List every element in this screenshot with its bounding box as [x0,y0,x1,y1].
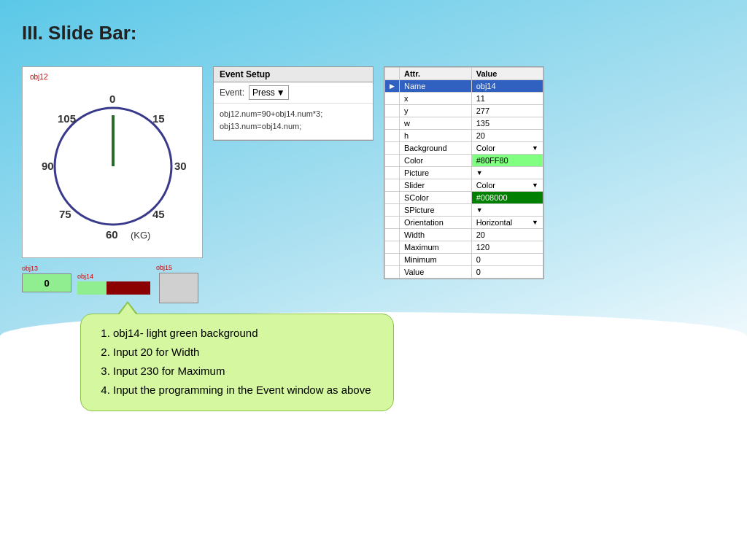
table-row[interactable]: SColor#008000 [385,192,543,204]
obj14-container: obj14 [77,281,150,295]
gauge-box: obj12 0 15 30 [22,66,203,258]
table-row[interactable]: ▶Nameobj14 [385,80,543,93]
arrow-cell [385,266,400,279]
obj15-container: obj15 [156,273,198,303]
attr-cell: Name [400,80,472,93]
callout-item-3: Input 230 for Maximum [113,362,377,380]
attr-cell: SPicture [400,204,472,217]
obj14-green-fill [77,281,107,295]
obj13-value: 0 [44,278,49,289]
table-row[interactable]: Value0 [385,266,543,279]
value-cell[interactable]: ▼ [471,167,543,179]
arrow-cell [385,179,400,192]
value-cell[interactable]: Color▼ [471,142,543,155]
table-row[interactable]: Color#80FF80 [385,155,543,167]
value-cell: 20 [471,229,543,241]
code-line2: obj13.num=obj14.num; [220,120,367,133]
svg-text:45: 45 [152,208,165,220]
slider-row: obj13 0 obj14 obj15 [22,262,198,303]
callout-item-4: Input the programming in the Event windo… [113,381,377,399]
arrow-cell [385,105,400,117]
svg-text:105: 105 [58,112,76,125]
main-row: obj12 0 15 30 [22,59,725,303]
arrow-cell: ▶ [385,80,400,93]
obj13-container: obj13 0 [22,273,71,292]
attr-cell: Slider [400,179,472,192]
arrow-cell [385,93,400,105]
value-cell: 11 [471,93,543,105]
callout-item-2: Input 20 for Width [113,343,377,361]
table-row[interactable]: Maximum120 [385,241,543,254]
svg-text:90: 90 [42,160,54,172]
gauge-obj12-label: obj12 [30,73,195,81]
attr-cell: Minimum [400,254,472,266]
obj15-box [159,273,198,303]
attr-cell: Maximum [400,241,472,254]
attr-col-header: Attr. [400,68,472,80]
table-row[interactable]: Width20 [385,229,543,241]
arrow-cell [385,229,400,241]
event-code: obj12.num=90+obj14.num*3; obj13.num=obj1… [214,104,373,140]
attr-cell: Orientation [400,217,472,229]
svg-text:(KG): (KG) [131,230,150,241]
value-cell[interactable]: Color▼ [471,179,543,192]
value-cell: 277 [471,105,543,117]
value-cell: 20 [471,130,543,142]
arrow-cell [385,192,400,204]
gauge-area: obj12 0 15 30 [22,66,203,303]
page-title: III. Slide Bar: [22,22,725,44]
svg-text:30: 30 [174,160,187,172]
obj13-label: obj13 [22,265,38,272]
code-line1: obj12.num=90+obj14.num*3; [220,108,367,120]
callout-bubble: obj14- light green background Input 20 f… [80,314,394,411]
attr-cell: h [400,130,472,142]
attr-cell: y [400,105,472,117]
attr-cell: x [400,93,472,105]
arrow-cell [385,204,400,217]
value-cell: 0 [471,266,543,279]
attr-cell: w [400,117,472,130]
svg-text:60: 60 [106,228,118,241]
attr-table: Attr. Value ▶Nameobj14x11y277w135h20Back… [384,67,543,279]
obj14-slider[interactable] [77,281,150,295]
table-row[interactable]: BackgroundColor▼ [385,142,543,155]
gauge-svg: 0 15 30 45 60 (KG) 75 90 [30,82,196,250]
attr-table-wrap: Attr. Value ▶Nameobj14x11y277w135h20Back… [384,66,544,279]
arrow-cell [385,155,400,167]
value-cell[interactable]: Horizontal▼ [471,217,543,229]
attr-cell: Picture [400,167,472,179]
table-row[interactable]: w135 [385,117,543,130]
arrow-cell [385,217,400,229]
table-row[interactable]: SliderColor▼ [385,179,543,192]
value-cell: 120 [471,241,543,254]
attr-cell: Color [400,155,472,167]
arrow-cell [385,130,400,142]
arrow-cell [385,254,400,266]
svg-text:15: 15 [152,112,165,125]
attr-cell: Width [400,229,472,241]
event-panel-title: Event Setup [214,67,373,82]
dropdown-arrow-icon: ▼ [276,88,285,98]
table-row[interactable]: SPicture▼ [385,204,543,217]
table-row[interactable]: Minimum0 [385,254,543,266]
event-panel: Event Setup Event: Press ▼ obj12.num=90+… [213,66,374,141]
event-dropdown-value: Press [252,88,275,98]
value-cell: 0 [471,254,543,266]
table-row[interactable]: x11 [385,93,543,105]
arrow-cell [385,241,400,254]
arrow-cell [385,117,400,130]
svg-text:75: 75 [59,208,71,220]
arrow-cell [385,142,400,155]
obj15-label: obj15 [156,264,172,271]
table-row[interactable]: y277 [385,105,543,117]
table-row[interactable]: Picture▼ [385,167,543,179]
arrow-cell [385,167,400,179]
gauge-circle-area: 0 15 30 45 60 (KG) 75 90 [30,82,196,250]
obj13-box: 0 [22,273,71,292]
table-row[interactable]: h20 [385,130,543,142]
attr-cell: SColor [400,192,472,204]
table-row[interactable]: OrientationHorizontal▼ [385,217,543,229]
attr-cell: Value [400,266,472,279]
event-dropdown[interactable]: Press ▼ [249,85,289,100]
value-cell[interactable]: ▼ [471,204,543,217]
